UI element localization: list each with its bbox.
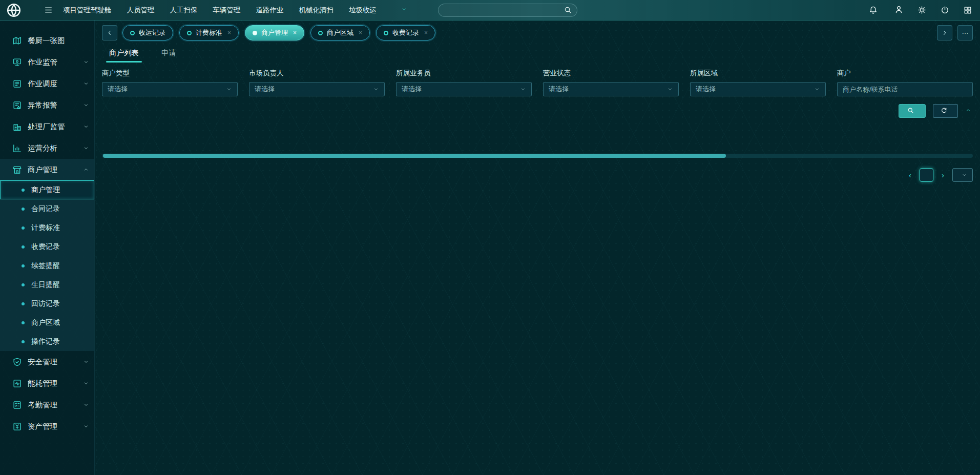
current-page-button[interactable]: [920, 168, 933, 182]
tabs-scroll-left-button[interactable]: [102, 25, 117, 40]
search-icon: [907, 107, 914, 115]
sidebar-subitem-label: 生日提醒: [31, 280, 60, 290]
sidebar-item[interactable]: 作业监管: [0, 51, 94, 73]
schedule-icon: [12, 79, 22, 89]
logout-power-icon[interactable]: [941, 6, 949, 14]
pagination: ‹ ›: [102, 168, 973, 182]
sidebar-item[interactable]: 能耗管理: [0, 373, 94, 394]
collapse-filters-button[interactable]: [965, 107, 973, 115]
open-tab[interactable]: 计费标准×: [179, 25, 239, 40]
filter-select[interactable]: 请选择: [102, 82, 238, 96]
sidebar-subitem-label: 商户管理: [31, 185, 60, 195]
filter-field: 市场负责人请选择: [249, 69, 385, 96]
nav-item[interactable]: 车辆管理: [213, 6, 241, 15]
tab-label: 商户区域: [327, 28, 353, 37]
chevron-down-icon: [83, 123, 89, 130]
sidebar-subitem[interactable]: 商户区域: [0, 313, 94, 332]
sidebar-subitem[interactable]: 收费记录: [0, 237, 94, 256]
sidebar-item[interactable]: 处理厂监管: [0, 116, 94, 137]
open-tabs: 收运记录计费标准×商户管理×商户区域×收费记录×: [122, 25, 932, 40]
sidebar-item[interactable]: 资产管理: [0, 416, 94, 437]
chevron-down-icon: [520, 86, 526, 92]
sidebar-subitem-label: 计费标准: [31, 223, 60, 233]
sidebar-subitem[interactable]: 计费标准: [0, 218, 94, 237]
open-tab[interactable]: 商户区域×: [310, 25, 370, 40]
filter-field: 所属区域请选择: [690, 69, 826, 96]
query-button[interactable]: [899, 104, 926, 118]
scrollbar-thumb[interactable]: [103, 154, 726, 158]
filter-field: 商户类型请选择: [102, 69, 238, 96]
filter-field: 商户: [837, 69, 973, 96]
next-page-button[interactable]: ›: [942, 171, 944, 179]
nav-item[interactable]: 机械化清扫: [299, 6, 334, 15]
chevron-up-icon: [965, 107, 971, 115]
reset-button[interactable]: [933, 104, 958, 118]
sidebar-item[interactable]: 运营分析: [0, 137, 94, 159]
chevron-down-icon: [83, 80, 89, 87]
global-search-input[interactable]: [446, 7, 564, 14]
content-tab[interactable]: 申请: [161, 48, 176, 63]
sidebar-item[interactable]: 作业调度: [0, 73, 94, 94]
sidebar-item[interactable]: 安全管理: [0, 351, 94, 373]
apps-grid-icon[interactable]: [964, 6, 972, 14]
prev-page-button[interactable]: ‹: [909, 171, 911, 179]
top-navbar: 项目管理驾驶舱人员管理人工扫保车辆管理道路作业机械化清扫垃圾收运: [0, 0, 980, 20]
menu-collapse-icon[interactable]: [44, 6, 53, 14]
merchant-keyword-input[interactable]: [837, 82, 973, 96]
chevron-down-icon: [373, 86, 379, 92]
sidebar-subitem[interactable]: 合同记录: [0, 199, 94, 218]
sidebar-subitem[interactable]: 操作记录: [0, 332, 94, 351]
nav-item[interactable]: 人工扫保: [170, 6, 198, 15]
user-menu[interactable]: [892, 5, 903, 15]
sidebar-item[interactable]: 考勤管理: [0, 394, 94, 416]
filter-select[interactable]: 请选择: [690, 82, 826, 96]
tabs-more-button[interactable]: ⋯: [957, 25, 973, 40]
nav-more-menu[interactable]: [399, 6, 407, 14]
refresh-icon: [941, 107, 947, 115]
sidebar-item-label: 处理厂监管: [28, 122, 77, 132]
nav-item[interactable]: 道路作业: [256, 6, 284, 15]
tab-close-icon[interactable]: ×: [359, 29, 362, 36]
open-tab[interactable]: 商户管理×: [245, 25, 304, 40]
tab-close-icon[interactable]: ×: [227, 29, 231, 36]
sidebar: 餐厨一张图作业监管作业调度异常报警处理厂监管运营分析商户管理商户管理合同记录计费…: [0, 20, 95, 475]
app-logo-icon: [6, 3, 22, 18]
filter-field: 所属业务员请选择: [396, 69, 532, 96]
app-root: 项目管理驾驶舱人员管理人工扫保车辆管理道路作业机械化清扫垃圾收运 餐厨一张图作业…: [0, 0, 980, 475]
monitor-icon: [12, 57, 22, 67]
filter-select[interactable]: 请选择: [543, 82, 679, 96]
filter-select[interactable]: 请选择: [396, 82, 532, 96]
sidebar-subitem[interactable]: 商户管理: [0, 180, 94, 199]
sidebar-subitem[interactable]: 回访记录: [0, 294, 94, 313]
page-size-select[interactable]: [952, 168, 973, 182]
content-tab[interactable]: 商户列表: [109, 48, 139, 63]
search-icon[interactable]: [564, 6, 572, 14]
filter-select[interactable]: 请选择: [249, 82, 385, 96]
open-tab[interactable]: 收费记录×: [376, 25, 435, 40]
notification-bell-icon[interactable]: [869, 6, 878, 14]
filter-label: 所属业务员: [396, 69, 532, 78]
tab-label: 收费记录: [392, 28, 419, 37]
chevron-down-icon: [83, 145, 89, 151]
filter-label: 市场负责人: [249, 69, 385, 78]
settings-gear-icon[interactable]: [918, 6, 926, 14]
map-icon: [12, 36, 22, 46]
nav-item[interactable]: 项目管理驾驶舱: [63, 6, 112, 15]
open-tab[interactable]: 收运记录: [122, 25, 173, 40]
sidebar-subitem[interactable]: 生日提醒: [0, 275, 94, 294]
navbar-right: [869, 5, 972, 15]
sidebar-item[interactable]: 商户管理: [0, 159, 94, 180]
user-icon: [894, 5, 903, 15]
sidebar-subitem[interactable]: 续签提醒: [0, 256, 94, 275]
factory-icon: [12, 122, 22, 132]
table-horizontal-scrollbar: [102, 154, 973, 158]
sidebar-group: 商户管理商户管理合同记录计费标准收费记录续签提醒生日提醒回访记录商户区域操作记录: [0, 159, 94, 351]
sidebar-subitem-label: 回访记录: [31, 299, 60, 308]
sidebar-item[interactable]: 餐厨一张图: [0, 30, 94, 51]
nav-item[interactable]: 人员管理: [127, 6, 155, 15]
tab-close-icon[interactable]: ×: [424, 29, 428, 36]
nav-item[interactable]: 垃圾收运: [349, 6, 377, 15]
sidebar-item[interactable]: 异常报警: [0, 94, 94, 116]
tabs-scroll-right-button[interactable]: [937, 25, 952, 40]
tab-close-icon[interactable]: ×: [293, 29, 297, 36]
